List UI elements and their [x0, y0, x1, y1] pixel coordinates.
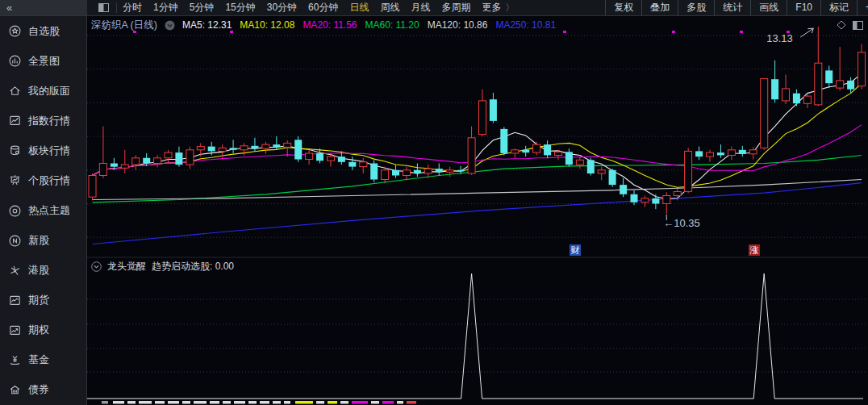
candle	[370, 164, 378, 180]
hot-topic-icon	[8, 204, 22, 218]
sidebar-item-新股[interactable]: 新股	[0, 226, 86, 256]
sidebar-item-label: 热点主题	[28, 203, 70, 218]
candle	[674, 192, 681, 196]
candle	[121, 165, 128, 168]
sidebar-item-label: 个股行情	[28, 173, 70, 188]
high-price-label: 13.13	[766, 32, 793, 44]
ma-line-MA120	[93, 180, 862, 200]
tool-button-+自选[interactable]: +自选	[857, 0, 868, 15]
candle	[143, 158, 150, 164]
event-badge-财[interactable]: 财	[570, 244, 581, 256]
period-tab-5分钟[interactable]: 5分钟	[184, 1, 220, 15]
candle	[230, 148, 237, 150]
sidebar-item-期货[interactable]: 期货	[0, 286, 86, 315]
main-chart-canvas[interactable]: 13.13←10.35财涨	[87, 15, 868, 405]
candle	[825, 70, 833, 83]
sector-blocks-icon	[8, 144, 22, 157]
indicator-name[interactable]: 龙头觉醒	[107, 260, 146, 273]
period-tab-1分钟[interactable]: 1分钟	[148, 1, 184, 15]
candle	[414, 170, 421, 173]
tool-button-画线[interactable]: 画线	[750, 0, 787, 15]
candle	[186, 150, 194, 165]
candle	[739, 150, 746, 154]
candle	[533, 144, 540, 152]
candle	[197, 147, 204, 150]
candle	[240, 146, 248, 150]
period-tab-更多[interactable]: 更多	[476, 1, 507, 15]
sidebar-item-我的版面[interactable]: 我的版面	[0, 76, 86, 106]
candle	[587, 160, 595, 173]
candle	[262, 144, 269, 148]
sidebar-item-自选股[interactable]: 自选股	[0, 16, 86, 46]
sidebar-item-label: 期权	[28, 323, 49, 337]
period-tab-30分钟[interactable]: 30分钟	[261, 1, 303, 15]
candle	[446, 170, 453, 173]
candle	[837, 81, 844, 88]
sidebar-item-基金[interactable]: 基金	[0, 345, 86, 375]
candle	[424, 169, 432, 173]
tool-button-F10[interactable]: F10	[787, 0, 820, 15]
tool-button-多股[interactable]: 多股	[678, 0, 714, 15]
candle	[99, 164, 106, 176]
candle	[219, 148, 226, 151]
period-tab-15分钟[interactable]: 15分钟	[219, 1, 261, 15]
left-nav-sidebar: 自选股全景图我的版面指数行情板块行情个股行情热点主题新股港股期货期权基金债券	[0, 16, 87, 405]
event-badge-涨[interactable]: 涨	[749, 244, 760, 256]
candle	[208, 147, 215, 152]
layout-split-icon[interactable]	[87, 2, 117, 13]
panorama-icon	[8, 54, 22, 68]
hk-flower-icon	[8, 264, 22, 278]
candle	[284, 143, 291, 147]
candle	[663, 196, 670, 204]
sidebar-header: «	[0, 0, 87, 15]
sidebar-item-港股[interactable]: 港股	[0, 256, 86, 286]
collapse-sidebar-icon[interactable]: «	[0, 2, 12, 14]
sidebar-item-label: 自选股	[28, 24, 60, 39]
home-icon	[8, 84, 22, 98]
ma-line-MA60	[93, 156, 862, 202]
candle	[641, 198, 649, 202]
svg-text:财: 财	[571, 245, 580, 255]
period-tab-60分钟[interactable]: 60分钟	[303, 1, 344, 15]
stock-board-icon	[8, 173, 22, 187]
period-tab-多周期[interactable]: 多周期	[436, 1, 476, 15]
sidebar-item-期权[interactable]: 期权	[0, 315, 86, 345]
ma-line-MA20	[93, 125, 862, 176]
sidebar-item-债券[interactable]: 债券	[0, 375, 86, 405]
bond-building-icon	[8, 383, 22, 397]
tool-button-叠加[interactable]: 叠加	[641, 0, 678, 15]
sidebar-item-全景图[interactable]: 全景图	[0, 46, 86, 76]
sidebar-item-label: 全景图	[28, 54, 60, 69]
candle	[707, 152, 714, 157]
trading-app-window: « 分时1分钟5分钟15分钟30分钟60分钟日线周线月线多周期更多 〉 复权叠加…	[0, 0, 868, 405]
period-tab-月线[interactable]: 月线	[405, 1, 436, 15]
futures-chart-icon	[8, 294, 22, 307]
candle	[154, 158, 161, 164]
sidebar-item-个股行情[interactable]: 个股行情	[0, 165, 86, 195]
period-tab-分时[interactable]: 分时	[117, 1, 148, 15]
tool-button-标记[interactable]: 标记	[820, 0, 857, 15]
indicator-collapse-icon[interactable]	[91, 261, 102, 272]
indicator-header: 龙头觉醒 趋势启动选股: 0.00	[87, 258, 234, 274]
sidebar-item-热点主题[interactable]: 热点主题	[0, 195, 86, 225]
candle	[522, 150, 529, 152]
candle	[620, 185, 627, 194]
period-tab-日线[interactable]: 日线	[344, 1, 374, 15]
sidebar-item-板块行情[interactable]: 板块行情	[0, 136, 86, 165]
period-tab-周线[interactable]: 周线	[374, 1, 405, 15]
candle	[565, 152, 573, 165]
sidebar-item-指数行情[interactable]: 指数行情	[0, 106, 86, 136]
candle	[609, 170, 616, 185]
tool-button-复权[interactable]: 复权	[605, 0, 641, 15]
candle	[803, 96, 811, 103]
more-chevron-icon[interactable]: 〉	[505, 2, 514, 14]
candle	[316, 153, 323, 161]
candle	[468, 138, 475, 173]
tool-button-统计[interactable]: 统计	[714, 0, 750, 15]
candle	[175, 152, 182, 165]
indicator-value-readout: 趋势启动选股: 0.00	[152, 260, 234, 273]
candle	[490, 99, 497, 121]
candle	[273, 144, 280, 147]
candle	[544, 144, 551, 155]
fund-yen-icon	[8, 353, 22, 367]
